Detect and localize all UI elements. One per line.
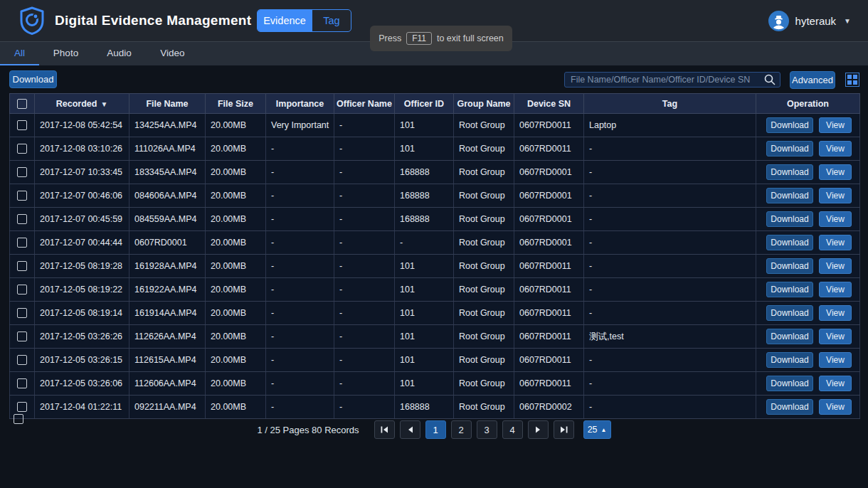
row-download-button[interactable]: Download bbox=[766, 235, 813, 250]
grid-view-icon[interactable] bbox=[845, 73, 859, 87]
cell-tag: - bbox=[584, 255, 756, 278]
grid-square bbox=[853, 80, 857, 85]
cell-device-sn: 0607RD0001 bbox=[514, 231, 584, 255]
table-header-row: Recorded▼File NameFile SizeImportanceOff… bbox=[10, 94, 860, 114]
cell-file-size: 20.00MB bbox=[206, 161, 266, 184]
cell-officer-name: - bbox=[334, 325, 395, 349]
row-view-button[interactable]: View bbox=[819, 329, 852, 344]
row-checkbox[interactable] bbox=[17, 214, 27, 224]
cell-file-size: 20.00MB bbox=[206, 114, 266, 137]
pager-prev-button[interactable] bbox=[400, 420, 420, 439]
pager-first-button[interactable] bbox=[374, 420, 395, 439]
nav-tab-evidence[interactable]: Evidence bbox=[258, 10, 312, 31]
cell-operation: DownloadView bbox=[756, 114, 860, 137]
cell-group-name: Root Group bbox=[454, 372, 514, 396]
subnav-tab-photo[interactable]: Photo bbox=[39, 42, 92, 65]
cell-device-sn: 0607RD0011 bbox=[514, 255, 584, 278]
row-view-button[interactable]: View bbox=[819, 141, 852, 157]
advanced-button[interactable]: Advanced bbox=[790, 71, 835, 89]
row-checkbox[interactable] bbox=[17, 167, 27, 177]
row-checkbox[interactable] bbox=[17, 355, 27, 365]
row-download-button[interactable]: Download bbox=[766, 282, 813, 297]
subnav-tab-video[interactable]: Video bbox=[146, 42, 199, 65]
row-view-button[interactable]: View bbox=[819, 399, 852, 415]
row-checkbox[interactable] bbox=[17, 308, 27, 318]
row-download-button[interactable]: Download bbox=[766, 399, 813, 415]
row-checkbox[interactable] bbox=[17, 191, 27, 201]
cell-group-name: Root Group bbox=[454, 278, 514, 302]
download-button[interactable]: Download bbox=[9, 70, 57, 88]
row-checkbox[interactable] bbox=[17, 378, 27, 388]
row-view-button[interactable]: View bbox=[819, 211, 852, 227]
row-view-button[interactable]: View bbox=[819, 352, 852, 368]
pager-page-3[interactable]: 3 bbox=[477, 420, 497, 439]
toast-suffix: to exit full screen bbox=[437, 33, 504, 43]
row-view-button[interactable]: View bbox=[819, 188, 852, 203]
row-download-button[interactable]: Download bbox=[766, 117, 813, 133]
page-size-select[interactable]: 25▲ bbox=[583, 420, 611, 439]
pager-page-2[interactable]: 2 bbox=[451, 420, 472, 439]
column-header-device-sn: Device SN bbox=[514, 94, 584, 114]
column-label: Officer ID bbox=[404, 99, 444, 109]
row-download-button[interactable]: Download bbox=[766, 305, 813, 321]
row-checkbox[interactable] bbox=[17, 261, 27, 271]
operation-buttons: DownloadView bbox=[761, 282, 857, 297]
pager-page-4[interactable]: 4 bbox=[502, 420, 523, 439]
nav-tab-tag[interactable]: Tag bbox=[312, 10, 351, 31]
pager-prev-icon bbox=[407, 426, 413, 433]
search-input[interactable] bbox=[565, 75, 763, 85]
grid-square bbox=[847, 80, 852, 85]
cell-operation: DownloadView bbox=[756, 161, 860, 184]
row-download-button[interactable]: Download bbox=[766, 352, 813, 368]
user-avatar-icon bbox=[768, 11, 789, 31]
toast-prefix: Press bbox=[379, 33, 401, 43]
row-checkbox[interactable] bbox=[17, 402, 27, 412]
row-checkbox[interactable] bbox=[17, 331, 27, 341]
cell-device-sn: 0607RD0011 bbox=[514, 137, 584, 161]
select-all-checkbox[interactable] bbox=[17, 99, 27, 109]
search-icon[interactable] bbox=[763, 73, 776, 86]
row-select-cell bbox=[10, 184, 35, 208]
row-checkbox[interactable] bbox=[17, 120, 27, 130]
row-download-button[interactable]: Download bbox=[766, 211, 813, 227]
row-view-button[interactable]: View bbox=[819, 164, 852, 180]
row-checkbox[interactable] bbox=[17, 285, 27, 295]
column-header-recorded[interactable]: Recorded▼ bbox=[35, 94, 129, 114]
table-row: 2017-12-05 03:26:15112615AA.MP420.00MB--… bbox=[10, 349, 860, 372]
row-checkbox[interactable] bbox=[17, 238, 27, 248]
row-select-cell bbox=[10, 114, 35, 137]
user-menu[interactable]: hyterauk ▼ bbox=[768, 0, 851, 41]
row-download-button[interactable]: Download bbox=[766, 141, 813, 157]
pager-next-button[interactable] bbox=[528, 420, 549, 439]
cell-importance: - bbox=[266, 278, 334, 302]
operation-buttons: DownloadView bbox=[761, 141, 857, 157]
cell-officer-id: 101 bbox=[395, 255, 454, 278]
cell-device-sn: 0607RD0011 bbox=[514, 372, 584, 396]
row-download-button[interactable]: Download bbox=[766, 329, 813, 344]
cell-recorded: 2017-12-08 03:10:26 bbox=[35, 137, 129, 161]
cell-group-name: Root Group bbox=[454, 161, 514, 184]
operation-buttons: DownloadView bbox=[761, 235, 857, 250]
row-view-button[interactable]: View bbox=[819, 305, 852, 321]
pager-page-1[interactable]: 1 bbox=[425, 420, 446, 439]
row-download-button[interactable]: Download bbox=[766, 164, 813, 180]
row-select-cell bbox=[10, 325, 35, 349]
row-view-button[interactable]: View bbox=[819, 258, 852, 274]
subnav-tab-all[interactable]: All bbox=[0, 42, 39, 65]
row-checkbox[interactable] bbox=[17, 144, 27, 154]
cell-file-size: 20.00MB bbox=[206, 231, 266, 255]
row-download-button[interactable]: Download bbox=[766, 376, 813, 391]
subnav-tab-audio[interactable]: Audio bbox=[92, 42, 146, 65]
row-view-button[interactable]: View bbox=[819, 376, 852, 391]
pager-first-icon bbox=[381, 426, 388, 433]
row-view-button[interactable]: View bbox=[819, 235, 852, 250]
row-select-cell bbox=[10, 302, 35, 325]
row-download-button[interactable]: Download bbox=[766, 188, 813, 203]
pager-last-button[interactable] bbox=[554, 420, 574, 439]
cell-officer-id: - bbox=[395, 231, 454, 255]
row-view-button[interactable]: View bbox=[819, 282, 852, 297]
cell-tag: - bbox=[584, 137, 756, 161]
row-view-button[interactable]: View bbox=[819, 117, 852, 133]
cell-file-name: 161922AA.MP4 bbox=[129, 278, 206, 302]
row-download-button[interactable]: Download bbox=[766, 258, 813, 274]
